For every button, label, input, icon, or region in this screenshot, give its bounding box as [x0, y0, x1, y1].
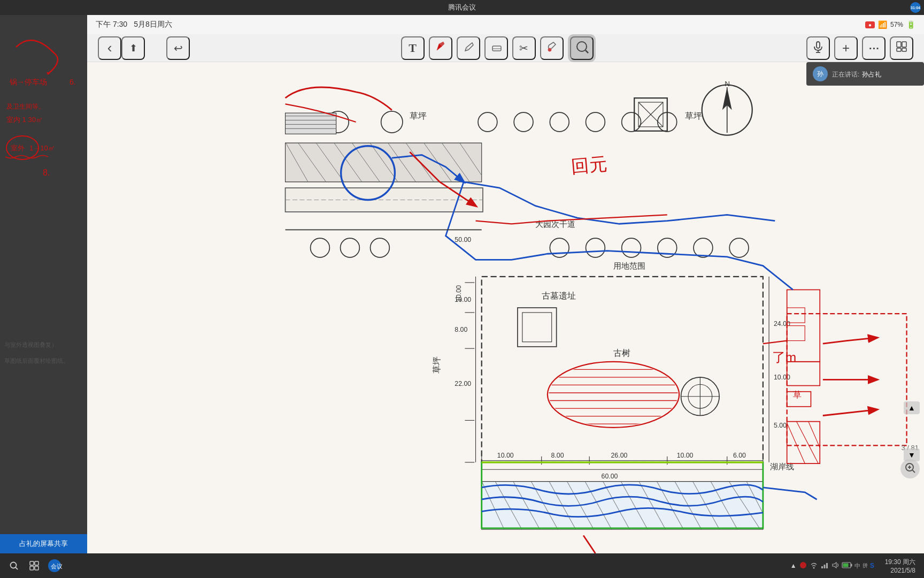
paint-icon — [545, 40, 559, 57]
svg-rect-20 — [902, 48, 906, 51]
svg-text:24.00: 24.00 — [774, 320, 790, 328]
pages-button[interactable] — [890, 36, 913, 60]
speaker-info: 正在讲话: 孙占礼 — [832, 69, 881, 79]
zoom-icon — [904, 462, 916, 476]
taskbar-arrow-icon[interactable]: ▲ — [790, 562, 797, 569]
taskbar-datetime: 19:30 周六 2021/5/8 — [885, 558, 915, 574]
svg-text:回元: 回元 — [570, 154, 608, 177]
more-icon: ⋯ — [868, 42, 879, 55]
taskbar-speaker2-icon — [799, 561, 807, 571]
svg-text:古树: 古树 — [613, 348, 630, 358]
svg-text:8.00: 8.00 — [455, 326, 467, 333]
mic-icon — [811, 40, 825, 57]
add-icon: + — [842, 41, 850, 56]
left-sidebar: 锅→停车场 6. 及卫生间等。 室内 1 30㎡ 室外 1→10㎡ 8. 与室外… — [0, 15, 87, 553]
taskbar-tencent-button[interactable]: 会议 — [45, 556, 64, 575]
svg-text:60.00: 60.00 — [602, 473, 618, 480]
taskbar-wifi-icon — [810, 561, 818, 571]
svg-text:草坪: 草坪 — [410, 111, 427, 120]
eraser-icon — [489, 40, 503, 57]
paint-tool-button[interactable] — [540, 36, 564, 60]
svg-text:古墓遗址: 古墓遗址 — [542, 291, 576, 300]
undo-button[interactable]: ↩ — [166, 36, 190, 60]
svg-line-156 — [16, 567, 18, 569]
drawing-toolbar: ‹ ⬆ ↩ T — [87, 34, 924, 62]
svg-rect-17 — [897, 42, 901, 47]
text-tool-icon: T — [409, 41, 417, 55]
add-button[interactable]: + — [834, 36, 858, 60]
svg-text:室内 1 30㎡: 室内 1 30㎡ — [6, 116, 43, 124]
svg-rect-165 — [821, 566, 823, 568]
svg-rect-14 — [817, 42, 820, 48]
lasso-icon — [574, 39, 589, 57]
taskbar-right-area: ▲ — [790, 558, 915, 574]
svg-text:26.00: 26.00 — [611, 452, 628, 459]
system-tray: ▲ — [790, 561, 881, 571]
taskbar-apps-button[interactable] — [25, 556, 44, 575]
svg-text:10.00: 10.00 — [497, 452, 514, 459]
svg-point-163 — [800, 562, 806, 568]
svg-rect-18 — [902, 42, 906, 47]
svg-text:草坪: 草坪 — [685, 111, 702, 120]
chevron-down-icon: ▼ — [908, 451, 915, 459]
text-tool-button[interactable]: T — [401, 36, 425, 60]
svg-line-13 — [586, 50, 588, 53]
timer-circle: 31:04 — [910, 2, 921, 13]
pen-tool-button[interactable] — [429, 36, 452, 60]
canvas-area[interactable]: N 草坪 草坪 — [87, 62, 924, 553]
svg-text:6.: 6. — [70, 78, 76, 86]
taskbar-battery-icon — [842, 561, 852, 571]
taskbar-speaker-icon — [831, 561, 840, 571]
pencil-icon — [461, 40, 475, 57]
svg-text:S: S — [870, 562, 874, 569]
svg-text:草图纸后面覆村绘图纸。: 草图纸后面覆村绘图纸。 — [4, 358, 69, 364]
eraser-tool-button[interactable] — [484, 36, 508, 60]
ios-status-bar: 下午 7:30 5月8日周六 ● 📶 57% 🔋 — [87, 15, 924, 34]
speaking-indicator: 孙 正在讲话: 孙占礼 — [806, 62, 924, 86]
svg-text:会议: 会议 — [51, 563, 62, 569]
svg-text:草坪: 草坪 — [432, 356, 441, 374]
svg-text:8.00: 8.00 — [551, 452, 564, 459]
active-tool-bg — [568, 34, 596, 62]
svg-text:与室外透视图叠复）: 与室外透视图叠复） — [4, 341, 57, 348]
slide-nav-up-button[interactable]: ▲ — [904, 401, 920, 414]
pen-icon — [434, 40, 448, 57]
taskbar-system-icons: 会议 — [4, 556, 64, 575]
ios-date: 5月8日周六 — [134, 20, 172, 29]
svg-marker-168 — [833, 562, 836, 568]
svg-rect-21 — [188, 62, 823, 553]
more-button[interactable]: ⋯ — [862, 36, 886, 60]
record-indicator: ● — [865, 21, 875, 28]
svg-text:8.: 8. — [43, 168, 50, 177]
svg-text:了m: 了m — [772, 350, 797, 364]
zoom-button[interactable] — [900, 459, 920, 478]
svg-line-152 — [912, 470, 915, 473]
undo-icon: ↩ — [174, 42, 183, 55]
sidebar-notes-svg: 锅→停车场 6. 及卫生间等。 室内 1 30㎡ 室外 1→10㎡ 8. 与室外… — [0, 15, 87, 470]
svg-text:用地范围: 用地范围 — [613, 262, 645, 270]
svg-rect-19 — [897, 48, 901, 51]
svg-rect-171 — [843, 563, 848, 567]
svg-point-155 — [11, 562, 17, 568]
svg-text:22.00: 22.00 — [455, 380, 471, 387]
svg-text:6.00: 6.00 — [733, 452, 746, 459]
svg-text:1→10㎡: 1→10㎡ — [29, 144, 55, 152]
pencil-tool-button[interactable] — [457, 36, 480, 60]
speaker-avatar: 孙 — [813, 66, 828, 81]
taskbar-search-icon[interactable] — [4, 556, 24, 575]
svg-rect-160 — [35, 566, 38, 570]
lasso-tool-button[interactable] — [570, 36, 594, 60]
window-title: 腾讯会议 — [448, 3, 476, 12]
mic-button[interactable] — [806, 36, 830, 60]
svg-text:锅→停车场: 锅→停车场 — [9, 78, 47, 86]
svg-rect-157 — [30, 561, 34, 565]
back-icon: ‹ — [107, 40, 112, 56]
svg-rect-159 — [30, 566, 34, 570]
svg-point-12 — [577, 42, 587, 51]
taskbar-ime-icon: 拼 — [863, 562, 868, 569]
svg-rect-166 — [823, 565, 825, 568]
scissors-icon: ✂ — [519, 42, 528, 55]
share-button[interactable]: ⬆ — [121, 36, 145, 60]
scissors-tool-button[interactable]: ✂ — [512, 36, 536, 60]
back-button[interactable]: ‹ — [98, 36, 121, 60]
